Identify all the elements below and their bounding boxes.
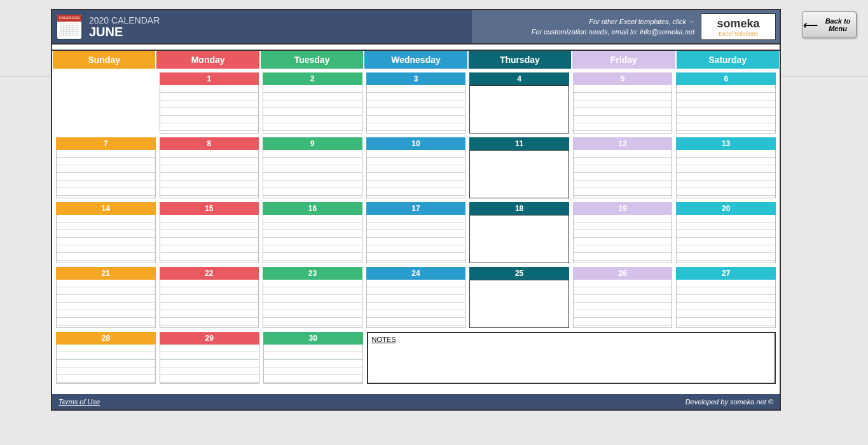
day-number: 13: [676, 137, 776, 150]
day-cell[interactable]: 14: [56, 202, 156, 263]
day-body[interactable]: [676, 280, 776, 328]
empty-cell: [56, 72, 156, 134]
day-body[interactable]: [573, 215, 673, 263]
day-body[interactable]: [676, 215, 776, 263]
day-cell[interactable]: 1: [160, 72, 259, 134]
day-header-tuesday: Tuesday: [261, 51, 363, 69]
day-cell[interactable]: 25: [469, 267, 569, 328]
day-cell[interactable]: 27: [676, 267, 776, 328]
day-body[interactable]: [263, 150, 362, 198]
day-cell[interactable]: 3: [366, 72, 466, 134]
day-body[interactable]: [573, 280, 673, 328]
day-number: 17: [366, 202, 466, 215]
day-cell[interactable]: 2: [263, 72, 362, 134]
day-body[interactable]: [263, 280, 362, 328]
day-body[interactable]: [366, 85, 466, 134]
calendar-grid: 1234567891011121314151617181920212223242…: [52, 69, 780, 389]
day-number: 4: [469, 72, 569, 85]
day-number: 21: [56, 267, 156, 280]
day-body[interactable]: [160, 85, 259, 134]
day-body[interactable]: [366, 280, 466, 328]
day-body[interactable]: [160, 215, 259, 263]
day-body[interactable]: [676, 85, 776, 134]
developed-by: Developed by someka.net ©: [685, 398, 773, 406]
day-cell[interactable]: 21: [56, 267, 156, 328]
day-cell[interactable]: 13: [676, 137, 776, 198]
day-body[interactable]: [56, 280, 156, 328]
day-cell[interactable]: 7: [56, 137, 156, 198]
day-cell[interactable]: 23: [263, 267, 362, 328]
day-cell[interactable]: 10: [366, 137, 466, 198]
notes-box[interactable]: NOTES: [367, 332, 776, 384]
day-number: 16: [263, 202, 362, 215]
day-number: 18: [469, 202, 569, 215]
day-cell[interactable]: 16: [263, 202, 362, 263]
day-cell[interactable]: 6: [676, 72, 776, 134]
day-body[interactable]: [56, 150, 156, 198]
day-cell[interactable]: 5: [573, 72, 673, 134]
day-body[interactable]: [469, 85, 569, 134]
day-body[interactable]: [160, 150, 259, 198]
week-row: 282930NOTES: [56, 332, 776, 384]
day-number: 12: [573, 137, 673, 150]
day-number: 14: [56, 202, 156, 215]
calendar-icon: [57, 15, 81, 39]
day-number: 22: [160, 267, 259, 280]
someka-logo[interactable]: someka Excel Solutions: [701, 13, 776, 40]
day-body[interactable]: [366, 150, 466, 198]
day-cell[interactable]: 20: [676, 202, 776, 263]
day-cell[interactable]: 22: [160, 267, 259, 328]
day-body[interactable]: [469, 150, 569, 198]
day-cell[interactable]: 18: [469, 202, 569, 263]
day-number: 24: [366, 267, 466, 280]
day-number: 2: [263, 72, 362, 85]
day-cell[interactable]: 29: [160, 332, 259, 384]
arrow-right-icon: →: [687, 17, 694, 27]
terms-link[interactable]: Terms of Use: [59, 398, 100, 406]
day-cell[interactable]: 4: [469, 72, 569, 134]
day-header-saturday: Saturday: [677, 51, 779, 69]
day-number: 6: [676, 72, 776, 85]
day-body[interactable]: [676, 150, 776, 198]
day-body[interactable]: [263, 215, 362, 263]
week-row: 21222324252627: [56, 267, 776, 328]
day-body[interactable]: [160, 280, 259, 328]
day-body[interactable]: [56, 345, 156, 384]
day-number: 11: [469, 137, 569, 150]
day-cell[interactable]: 8: [160, 137, 259, 198]
day-number: 26: [573, 267, 673, 280]
day-number: 3: [366, 72, 466, 85]
day-cell[interactable]: 17: [366, 202, 466, 263]
day-number: 27: [676, 267, 776, 280]
header-right: For other Excel templates, click → For c…: [472, 10, 780, 43]
day-cell[interactable]: 28: [56, 332, 156, 384]
header: 2020 CALENDAR JUNE For other Excel templ…: [52, 10, 780, 44]
day-body[interactable]: [263, 85, 362, 134]
day-cell[interactable]: 19: [573, 202, 673, 263]
day-body[interactable]: [573, 85, 673, 134]
day-body[interactable]: [469, 215, 569, 263]
day-cell[interactable]: 15: [160, 202, 259, 263]
day-body[interactable]: [366, 215, 466, 263]
day-cell[interactable]: 12: [573, 137, 673, 198]
day-cell[interactable]: 9: [263, 137, 362, 198]
week-row: 123456: [56, 72, 776, 134]
day-cell[interactable]: 11: [469, 137, 569, 198]
day-body[interactable]: [573, 150, 673, 198]
day-header-thursday: Thursday: [469, 51, 571, 69]
day-cell[interactable]: 30: [263, 332, 363, 384]
day-body[interactable]: [160, 345, 259, 384]
week-row: 14151617181920: [56, 202, 776, 263]
day-header-wednesday: Wednesday: [364, 51, 467, 69]
month-label: JUNE: [89, 25, 160, 38]
day-number: 19: [573, 202, 673, 215]
day-body[interactable]: [263, 345, 363, 384]
day-cell[interactable]: 24: [366, 267, 466, 328]
footer: Terms of Use Developed by someka.net ©: [52, 394, 780, 409]
day-body[interactable]: [469, 280, 569, 328]
day-body[interactable]: [56, 215, 156, 263]
weekday-header-row: Sunday Monday Tuesday Wednesday Thursday…: [52, 50, 780, 69]
week-row: 78910111213: [56, 137, 776, 198]
back-to-menu-button[interactable]: ⟵ Back to Menu: [802, 11, 857, 38]
day-cell[interactable]: 26: [573, 267, 673, 328]
